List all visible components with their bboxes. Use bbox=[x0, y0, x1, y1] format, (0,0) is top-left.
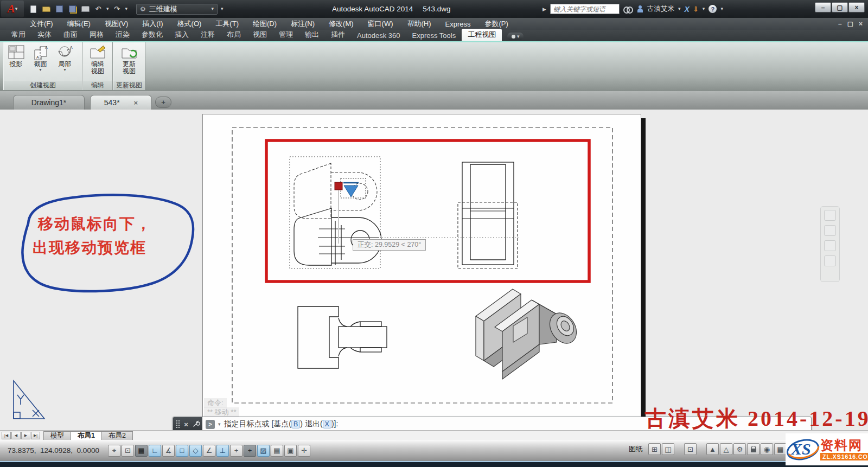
save-as-button[interactable] bbox=[67, 5, 77, 14]
menu-file[interactable]: 文件(F) bbox=[23, 18, 60, 30]
menu-modify[interactable]: 修改(M) bbox=[322, 18, 361, 30]
3d-object-snap-toggle[interactable]: ◇ bbox=[189, 445, 202, 457]
open-file-button[interactable] bbox=[41, 5, 51, 14]
paper-sheet[interactable] bbox=[202, 114, 641, 427]
zoom-icon[interactable] bbox=[824, 240, 836, 251]
hot-grip[interactable] bbox=[335, 182, 342, 190]
user-dropdown-icon[interactable]: ▾ bbox=[678, 7, 681, 11]
option-key-exit[interactable]: X bbox=[323, 420, 331, 428]
doc-restore-button[interactable]: ▢ bbox=[847, 20, 853, 28]
infocenter-expand-icon[interactable]: ▶ bbox=[542, 7, 546, 12]
menu-window[interactable]: 窗口(W) bbox=[361, 18, 400, 30]
plot-button[interactable] bbox=[80, 5, 90, 14]
menu-view[interactable]: 视图(V) bbox=[98, 18, 135, 30]
ribbon-tab-autodesk360[interactable]: Autodesk 360 bbox=[351, 30, 406, 41]
object-snap-tracking-toggle[interactable]: ∠ bbox=[203, 445, 215, 457]
quick-view-layouts-button[interactable]: ⊞ bbox=[648, 443, 661, 455]
annotation-autoscale-button[interactable]: △ bbox=[720, 443, 732, 455]
quick-properties-toggle[interactable]: ▤ bbox=[271, 445, 283, 457]
save-button[interactable] bbox=[54, 5, 64, 14]
menu-insert[interactable]: 插入(I) bbox=[135, 18, 170, 30]
undo-dropdown-icon[interactable]: ▾ bbox=[106, 7, 109, 11]
ribbon-tab-render[interactable]: 渲染 bbox=[110, 29, 136, 41]
qat-overflow-icon[interactable]: ▾ bbox=[221, 7, 224, 11]
ribbon-tab-annotate[interactable]: 注释 bbox=[195, 29, 221, 41]
new-drawing-tab-button[interactable]: + bbox=[155, 97, 171, 108]
ortho-mode-toggle[interactable]: ∟ bbox=[149, 445, 161, 457]
toolbar-lock-button[interactable] bbox=[747, 443, 760, 455]
infer-constraints-toggle[interactable]: ⌖ bbox=[108, 445, 120, 457]
dynamic-input-toggle[interactable]: + bbox=[230, 445, 242, 457]
snap-mode-toggle[interactable]: ⊡ bbox=[122, 445, 134, 457]
command-close-icon[interactable]: × bbox=[184, 420, 188, 428]
dynamic-ucs-toggle[interactable]: ⊥ bbox=[216, 445, 229, 457]
top-view-solid[interactable] bbox=[294, 208, 381, 265]
grid-display-toggle[interactable]: ▦ bbox=[135, 445, 148, 457]
first-tab-button[interactable]: |◀ bbox=[2, 432, 11, 439]
new-file-button[interactable] bbox=[28, 5, 38, 14]
menu-draw[interactable]: 绘图(D) bbox=[246, 18, 284, 30]
help-dropdown-icon[interactable]: ▾ bbox=[720, 7, 723, 11]
viewport-maximize-button[interactable]: ⊡ bbox=[684, 443, 697, 455]
ribbon-tab-home[interactable]: 常用 bbox=[5, 29, 31, 41]
ribbon-tab-express-tools[interactable]: Express Tools bbox=[406, 30, 462, 41]
menu-parametric[interactable]: 参数(P) bbox=[478, 18, 515, 30]
ribbon-tab-layout[interactable]: 布局 bbox=[221, 29, 247, 41]
doc-close-button[interactable]: × bbox=[859, 20, 863, 28]
workspace-switch-button[interactable]: ⚙ bbox=[733, 443, 746, 455]
help-button[interactable]: ? bbox=[709, 5, 717, 13]
annotation-visibility-button[interactable]: ▲ bbox=[706, 443, 719, 455]
tab-model[interactable]: 模型 bbox=[43, 431, 71, 440]
doc-minimize-button[interactable]: – bbox=[838, 20, 842, 28]
edit-view-button[interactable]: 编辑视图 bbox=[84, 42, 112, 81]
next-tab-button[interactable]: ▶ bbox=[21, 432, 30, 439]
recent-commands-icon[interactable]: ▾ bbox=[218, 422, 221, 427]
drag-grip-icon[interactable] bbox=[176, 420, 180, 428]
menu-help[interactable]: 帮助(H) bbox=[400, 18, 438, 30]
front-view-solid[interactable] bbox=[298, 306, 387, 368]
customize-wrench-icon[interactable] bbox=[192, 420, 200, 428]
ribbon-tab-insert[interactable]: 插入 bbox=[169, 29, 195, 41]
redo-dropdown-icon[interactable]: ▾ bbox=[125, 7, 128, 11]
detail-view-button[interactable]: A 局部 ▾ bbox=[53, 42, 77, 81]
command-bar-handle[interactable]: × bbox=[173, 417, 202, 430]
download-dropdown-icon[interactable]: ▾ bbox=[703, 7, 705, 11]
paper-model-toggle[interactable]: 图纸 bbox=[624, 443, 647, 455]
exchange-apps-icon[interactable]: X bbox=[684, 5, 689, 14]
transparency-toggle[interactable]: ▨ bbox=[257, 445, 270, 457]
hardware-acceleration-button[interactable]: ▦ bbox=[774, 443, 787, 455]
object-snap-toggle[interactable]: □ bbox=[176, 445, 188, 457]
detail-dropdown-icon[interactable]: ▾ bbox=[63, 69, 66, 71]
ribbon-tab-parametric[interactable]: 参数化 bbox=[136, 29, 169, 41]
file-tab-543[interactable]: 543* × bbox=[90, 95, 152, 110]
update-view-button[interactable]: 更新视图 bbox=[114, 42, 144, 81]
navigation-bar[interactable] bbox=[820, 206, 840, 282]
steering-wheel-icon[interactable] bbox=[824, 210, 836, 221]
prev-tab-button[interactable]: ◀ bbox=[11, 432, 21, 439]
minimize-button[interactable]: – bbox=[815, 2, 831, 12]
ribbon-tab-output[interactable]: 输出 bbox=[299, 29, 325, 41]
redo-button[interactable]: ↷ bbox=[112, 5, 122, 14]
ribbon-tab-manage[interactable]: 管理 bbox=[273, 29, 299, 41]
tab-layout2[interactable]: 布局2 bbox=[101, 431, 133, 440]
quick-view-drawings-button[interactable]: ◫ bbox=[662, 443, 674, 455]
ribbon-tab-mesh[interactable]: 网格 bbox=[84, 29, 110, 41]
projection-view-button[interactable]: 投影 bbox=[4, 42, 28, 81]
tab-layout1[interactable]: 布局1 bbox=[71, 431, 102, 440]
annotation-monitor-toggle[interactable]: ✛ bbox=[298, 445, 310, 457]
download-icon[interactable]: ⇩ bbox=[693, 5, 699, 13]
ribbon-tab-solid[interactable]: 实体 bbox=[31, 29, 58, 41]
menu-dimension[interactable]: 标注(N) bbox=[284, 18, 322, 30]
workspace-dropdown[interactable]: ⚙ 三维建模 ▾ bbox=[136, 4, 218, 15]
pan-hand-icon[interactable] bbox=[824, 225, 836, 236]
undo-button[interactable]: ↶ bbox=[93, 5, 103, 14]
ribbon-tab-drawing-views[interactable]: 工程视图 bbox=[462, 29, 502, 41]
lineweight-toggle[interactable]: + bbox=[244, 445, 256, 457]
isometric-view[interactable] bbox=[476, 289, 582, 379]
close-button[interactable]: × bbox=[848, 2, 865, 12]
isolate-objects-button[interactable]: ◉ bbox=[761, 443, 773, 455]
ribbon-tab-view[interactable]: 视图 bbox=[247, 29, 273, 41]
search-binoculars-icon[interactable] bbox=[623, 6, 633, 12]
search-input[interactable] bbox=[550, 4, 620, 14]
polar-tracking-toggle[interactable]: ∡ bbox=[162, 445, 175, 457]
